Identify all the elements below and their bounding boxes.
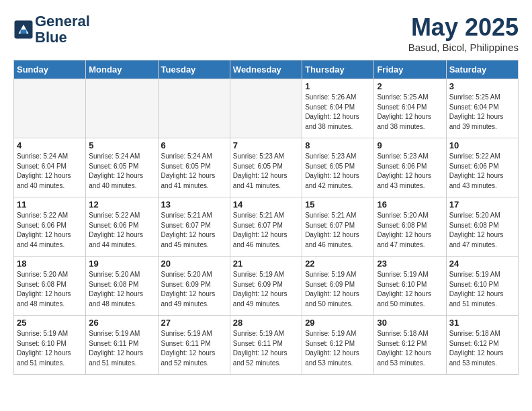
calendar-day <box>158 79 230 138</box>
calendar-day: 29Sunrise: 5:19 AM Sunset: 6:12 PM Dayli… <box>302 316 374 375</box>
day-number: 30 <box>377 318 443 328</box>
day-number: 23 <box>377 259 443 269</box>
calendar-day: 22Sunrise: 5:19 AM Sunset: 6:09 PM Dayli… <box>302 257 374 316</box>
day-detail: Sunrise: 5:25 AM Sunset: 6:04 PM Dayligh… <box>377 93 443 132</box>
day-detail: Sunrise: 5:24 AM Sunset: 6:05 PM Dayligh… <box>161 152 227 191</box>
day-detail: Sunrise: 5:18 AM Sunset: 6:12 PM Dayligh… <box>449 329 515 368</box>
calendar-day: 28Sunrise: 5:19 AM Sunset: 6:11 PM Dayli… <box>230 316 302 375</box>
day-detail: Sunrise: 5:18 AM Sunset: 6:12 PM Dayligh… <box>377 329 443 368</box>
day-detail: Sunrise: 5:20 AM Sunset: 6:08 PM Dayligh… <box>449 211 515 250</box>
day-number: 19 <box>89 259 154 269</box>
day-detail: Sunrise: 5:19 AM Sunset: 6:10 PM Dayligh… <box>449 270 515 309</box>
calendar-week-1: 4Sunrise: 5:24 AM Sunset: 6:04 PM Daylig… <box>14 138 519 197</box>
day-number: 25 <box>17 318 83 328</box>
day-number: 31 <box>449 318 515 328</box>
day-detail: Sunrise: 5:19 AM Sunset: 6:11 PM Dayligh… <box>161 329 227 368</box>
calendar-day <box>86 79 158 138</box>
calendar-day: 8Sunrise: 5:23 AM Sunset: 6:05 PM Daylig… <box>302 138 374 197</box>
logo: General Blue <box>13 13 90 46</box>
day-number: 14 <box>233 199 299 210</box>
calendar-day: 10Sunrise: 5:22 AM Sunset: 6:06 PM Dayli… <box>446 138 518 197</box>
weekday-wednesday: Wednesday <box>230 60 302 79</box>
day-detail: Sunrise: 5:19 AM Sunset: 6:11 PM Dayligh… <box>89 329 154 368</box>
calendar-day: 24Sunrise: 5:19 AM Sunset: 6:10 PM Dayli… <box>446 257 518 316</box>
calendar-day: 30Sunrise: 5:18 AM Sunset: 6:12 PM Dayli… <box>374 316 446 375</box>
day-number: 5 <box>89 140 154 150</box>
day-detail: Sunrise: 5:19 AM Sunset: 6:09 PM Dayligh… <box>233 270 299 309</box>
logo-line1: General <box>35 13 90 30</box>
calendar-day: 26Sunrise: 5:19 AM Sunset: 6:11 PM Dayli… <box>86 316 158 375</box>
calendar-day: 20Sunrise: 5:20 AM Sunset: 6:09 PM Dayli… <box>158 257 230 316</box>
day-detail: Sunrise: 5:21 AM Sunset: 6:07 PM Dayligh… <box>305 211 371 250</box>
day-detail: Sunrise: 5:21 AM Sunset: 6:07 PM Dayligh… <box>233 211 299 250</box>
calendar-day <box>230 79 302 138</box>
calendar-day: 21Sunrise: 5:19 AM Sunset: 6:09 PM Dayli… <box>230 257 302 316</box>
day-detail: Sunrise: 5:19 AM Sunset: 6:12 PM Dayligh… <box>305 329 371 368</box>
day-number: 26 <box>89 318 154 328</box>
day-detail: Sunrise: 5:19 AM Sunset: 6:10 PM Dayligh… <box>377 270 443 309</box>
day-detail: Sunrise: 5:22 AM Sunset: 6:06 PM Dayligh… <box>89 211 154 250</box>
day-detail: Sunrise: 5:23 AM Sunset: 6:06 PM Dayligh… <box>377 152 443 191</box>
day-number: 4 <box>17 140 83 150</box>
calendar-day: 6Sunrise: 5:24 AM Sunset: 6:05 PM Daylig… <box>158 138 230 197</box>
calendar-day: 19Sunrise: 5:20 AM Sunset: 6:08 PM Dayli… <box>86 257 158 316</box>
calendar-week-4: 25Sunrise: 5:19 AM Sunset: 6:10 PM Dayli… <box>14 316 519 375</box>
day-number: 21 <box>233 259 299 269</box>
calendar-day: 14Sunrise: 5:21 AM Sunset: 6:07 PM Dayli… <box>230 197 302 257</box>
weekday-monday: Monday <box>86 60 158 79</box>
day-number: 11 <box>17 199 83 210</box>
day-number: 2 <box>377 81 443 91</box>
day-detail: Sunrise: 5:24 AM Sunset: 6:05 PM Dayligh… <box>89 152 154 191</box>
day-detail: Sunrise: 5:26 AM Sunset: 6:04 PM Dayligh… <box>305 93 371 132</box>
day-detail: Sunrise: 5:22 AM Sunset: 6:06 PM Dayligh… <box>449 152 515 191</box>
calendar-day <box>14 79 86 138</box>
month-title: May 2025 <box>408 13 519 42</box>
logo-text: General Blue <box>35 13 90 46</box>
day-number: 17 <box>449 199 515 210</box>
day-detail: Sunrise: 5:24 AM Sunset: 6:04 PM Dayligh… <box>17 152 83 191</box>
calendar-day: 31Sunrise: 5:18 AM Sunset: 6:12 PM Dayli… <box>446 316 518 375</box>
calendar-day: 4Sunrise: 5:24 AM Sunset: 6:04 PM Daylig… <box>14 138 86 197</box>
calendar-week-3: 18Sunrise: 5:20 AM Sunset: 6:08 PM Dayli… <box>14 257 519 316</box>
calendar-week-2: 11Sunrise: 5:22 AM Sunset: 6:06 PM Dayli… <box>14 197 519 257</box>
day-number: 28 <box>233 318 299 328</box>
day-number: 15 <box>305 199 371 210</box>
calendar-day: 23Sunrise: 5:19 AM Sunset: 6:10 PM Dayli… <box>374 257 446 316</box>
calendar-day: 7Sunrise: 5:23 AM Sunset: 6:05 PM Daylig… <box>230 138 302 197</box>
day-number: 18 <box>17 259 83 269</box>
weekday-tuesday: Tuesday <box>158 60 230 79</box>
day-detail: Sunrise: 5:20 AM Sunset: 6:08 PM Dayligh… <box>17 270 83 309</box>
calendar-body: 1Sunrise: 5:26 AM Sunset: 6:04 PM Daylig… <box>14 79 519 375</box>
calendar-day: 18Sunrise: 5:20 AM Sunset: 6:08 PM Dayli… <box>14 257 86 316</box>
calendar-day: 17Sunrise: 5:20 AM Sunset: 6:08 PM Dayli… <box>446 197 518 257</box>
location: Basud, Bicol, Philippines <box>408 42 519 53</box>
day-detail: Sunrise: 5:19 AM Sunset: 6:10 PM Dayligh… <box>17 329 83 368</box>
calendar-day: 12Sunrise: 5:22 AM Sunset: 6:06 PM Dayli… <box>86 197 158 257</box>
calendar-day: 1Sunrise: 5:26 AM Sunset: 6:04 PM Daylig… <box>302 79 374 138</box>
logo-icon <box>13 19 34 40</box>
weekday-sunday: Sunday <box>14 60 86 79</box>
page-header: General Blue May 2025 Basud, Bicol, Phil… <box>13 13 519 53</box>
calendar-day: 2Sunrise: 5:25 AM Sunset: 6:04 PM Daylig… <box>374 79 446 138</box>
title-block: May 2025 Basud, Bicol, Philippines <box>408 13 519 53</box>
calendar-day: 27Sunrise: 5:19 AM Sunset: 6:11 PM Dayli… <box>158 316 230 375</box>
day-number: 24 <box>449 259 515 269</box>
day-number: 16 <box>377 199 443 210</box>
day-detail: Sunrise: 5:20 AM Sunset: 6:08 PM Dayligh… <box>89 270 154 309</box>
weekday-saturday: Saturday <box>446 60 518 79</box>
calendar-header: SundayMondayTuesdayWednesdayThursdayFrid… <box>14 60 519 79</box>
calendar-day: 3Sunrise: 5:25 AM Sunset: 6:04 PM Daylig… <box>446 79 518 138</box>
day-number: 1 <box>305 81 371 91</box>
day-detail: Sunrise: 5:20 AM Sunset: 6:09 PM Dayligh… <box>161 270 227 309</box>
day-number: 10 <box>449 140 515 150</box>
calendar-day: 25Sunrise: 5:19 AM Sunset: 6:10 PM Dayli… <box>14 316 86 375</box>
day-number: 9 <box>377 140 443 150</box>
day-number: 20 <box>161 259 227 269</box>
calendar-day: 5Sunrise: 5:24 AM Sunset: 6:05 PM Daylig… <box>86 138 158 197</box>
calendar-week-0: 1Sunrise: 5:26 AM Sunset: 6:04 PM Daylig… <box>14 79 519 138</box>
day-number: 22 <box>305 259 371 269</box>
day-detail: Sunrise: 5:21 AM Sunset: 6:07 PM Dayligh… <box>161 211 227 250</box>
calendar-day: 13Sunrise: 5:21 AM Sunset: 6:07 PM Dayli… <box>158 197 230 257</box>
svg-rect-2 <box>21 30 27 34</box>
weekday-friday: Friday <box>374 60 446 79</box>
